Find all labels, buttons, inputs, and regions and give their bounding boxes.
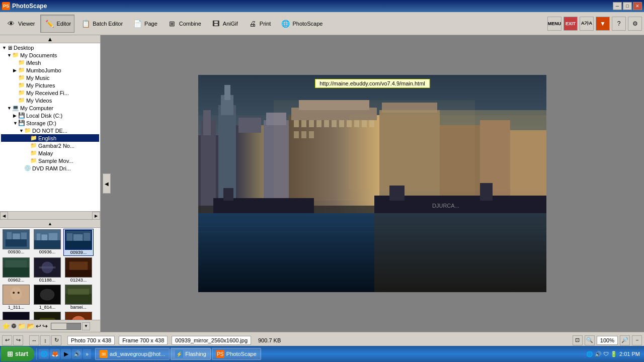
zoom-minus-btn[interactable]: －	[632, 335, 642, 345]
combine-button[interactable]: ⊞ Combine	[163, 15, 205, 33]
thumb-1311[interactable]: 1_311...	[1, 284, 31, 310]
thumb-01188[interactable]: 01188...	[32, 257, 62, 283]
tree-item-do-not-delete[interactable]: ▼ 📁 DO NOT DE...	[1, 127, 99, 134]
print-icon: 🖨	[247, 18, 258, 29]
page-button[interactable]: 📄 Page	[128, 15, 161, 33]
tree-item-my-computer[interactable]: ▼ 💻 My Computer	[1, 104, 99, 112]
network-icon[interactable]: 🌐	[586, 351, 593, 357]
sys-icons: 🌐 🔊 🛡 🔋	[586, 351, 617, 357]
tree-item-my-received[interactable]: 📁 My Received Fi...	[1, 89, 99, 97]
tree-item-my-music[interactable]: 📁 My Music	[1, 74, 99, 81]
tree-scroll-right[interactable]: ▶	[92, 212, 100, 220]
volume-icon[interactable]: 🔊	[72, 349, 82, 359]
thumb-scroll-up[interactable]: ▲	[0, 220, 100, 228]
photoscape-button[interactable]: 🌐 PhotoScape	[276, 15, 326, 33]
print-button[interactable]: 🖨 Print	[244, 15, 275, 33]
sound-icon[interactable]: 🔊	[595, 351, 602, 357]
thumb-bumble[interactable]: bumble...	[32, 311, 62, 320]
menu-btn[interactable]: MENU	[547, 17, 561, 31]
exit-btn[interactable]: EXIT	[564, 17, 578, 31]
taskbar-item-flashing[interactable]: ⚡ Flashing	[171, 348, 211, 360]
thumb-1814[interactable]: 1_814...	[32, 284, 62, 310]
settings-btn[interactable]: ⚙	[628, 17, 642, 31]
taskbar: ⊞ start 🌐 🦊 ▶ 🔊 » ✉ adi_wavegroup@hot...…	[0, 346, 644, 362]
tree-item-my-videos[interactable]: 📁 My Videos	[1, 97, 99, 104]
canvas-left-arrow[interactable]: ◀	[103, 173, 111, 194]
rotate-btn[interactable]: ↻	[51, 335, 61, 345]
tree-expand-desktop[interactable]: ▼	[2, 45, 7, 50]
close-button[interactable]: ✕	[633, 2, 642, 10]
thumb-ctrl-folder[interactable]: 📁	[18, 322, 26, 330]
undo-arrow-btn[interactable]: ↩	[2, 335, 12, 345]
tree-item-local-disk-c[interactable]: ▶ 💾 Local Disk (C:)	[1, 112, 99, 119]
tree-item-sample-movies[interactable]: 📁 Sample Mov...	[1, 157, 99, 164]
tree-scroll-up[interactable]: ▲	[0, 35, 100, 43]
thumb-01243[interactable]: 01243...	[63, 257, 94, 283]
canvas-area: http://maine.ebuddy.com/vo7.4.9/main.htm…	[101, 35, 644, 332]
batch-editor-button[interactable]: 📋 Batch Editor	[76, 15, 126, 33]
url-tooltip: http://maine.ebuddy.com/vo7.4.9/main.htm…	[315, 79, 430, 88]
flip-h-btn[interactable]: ↔	[29, 335, 39, 345]
filesize-status: 900.7 KB	[255, 336, 284, 344]
thumb-00936[interactable]: 00936...	[32, 229, 62, 256]
thumb-barsei[interactable]: barsei...	[63, 284, 94, 310]
taskbar-item-email[interactable]: ✉ adi_wavegroup@hot...	[95, 348, 170, 360]
tree-item-imesh[interactable]: 📁 iMesh	[1, 59, 99, 66]
tree-item-my-pictures[interactable]: 📁 My Pictures	[1, 81, 99, 89]
svg-rect-14	[84, 233, 90, 241]
antivirus-icon[interactable]: 🛡	[603, 351, 609, 357]
media-icon[interactable]: ▶	[61, 349, 71, 359]
lang-btn[interactable]: A가A	[580, 17, 594, 31]
tree-item-mumbojumbo[interactable]: ▶ 📁 MumboJumbo	[1, 66, 99, 74]
thumb-00962[interactable]: 00962...	[1, 257, 31, 283]
redo-arrow-btn[interactable]: ↪	[13, 335, 23, 345]
update-btn[interactable]: ▼	[596, 17, 610, 31]
ie-icon[interactable]: 🌐	[39, 349, 49, 359]
tree-item-english[interactable]: 📁 English	[1, 134, 99, 142]
editor-button[interactable]: ✏️ Editor	[40, 15, 74, 33]
anigif-button[interactable]: 🎞 AniGif	[207, 15, 242, 33]
zoom-out-btn[interactable]: 🔍	[585, 335, 595, 345]
fit-btn[interactable]: ⊡	[573, 335, 583, 345]
thumb-00939[interactable]: 00939...	[63, 229, 94, 256]
brightness-slider[interactable]	[51, 323, 81, 330]
title-bar-text: PhotoScape	[12, 3, 613, 10]
start-button[interactable]: ⊞ start	[1, 346, 34, 361]
tree-item-storage-d[interactable]: ▼ 💾 Storage (D:)	[1, 119, 99, 127]
flip-v-btn[interactable]: ↕	[40, 335, 50, 345]
harbor-photo: DJURCA...	[198, 75, 546, 292]
firefox-icon[interactable]: 🦊	[50, 349, 60, 359]
tree-item-desktop[interactable]: ▼ 🖥 Desktop	[1, 44, 99, 51]
svg-rect-84	[213, 198, 314, 216]
svg-rect-22	[65, 270, 92, 277]
battery-icon[interactable]: 🔋	[610, 351, 617, 357]
tree-item-dvd-ram[interactable]: 💿 DVD RAM Dri...	[1, 164, 99, 172]
quicklaunch-expand[interactable]: »	[83, 349, 91, 359]
viewer-button[interactable]: 👁 Viewer	[2, 15, 38, 33]
svg-rect-53	[224, 85, 230, 100]
thumbnail-grid: 00930... 00936... 00939...	[0, 228, 100, 320]
thumb-ctrl-open[interactable]: 📂	[27, 322, 35, 330]
thumb-ctrl-star[interactable]: ⭐	[2, 322, 10, 330]
tree-item-malay[interactable]: 📁 Malay	[1, 149, 99, 157]
thumb-clown[interactable]: Clown ...	[63, 311, 94, 320]
thumb-00930[interactable]: 00930...	[1, 229, 31, 256]
thumb-ctrl-flower[interactable]: ❁	[11, 322, 17, 330]
tree-scroll-left[interactable]: ◀	[0, 212, 8, 220]
help-btn[interactable]: ?	[612, 17, 626, 31]
tree-scroll-track	[8, 212, 92, 219]
zoom-in-btn[interactable]: 🔎	[620, 335, 630, 345]
scroll-down-btn[interactable]: ▼	[82, 322, 90, 330]
svg-rect-3	[13, 233, 20, 239]
maximize-button[interactable]: □	[623, 2, 632, 10]
tree-item-my-documents[interactable]: ▼ 📁 My Documents	[1, 51, 99, 59]
tree-item-gambar2[interactable]: 📁 Gambar2 No...	[1, 142, 99, 149]
svg-rect-2	[7, 232, 12, 239]
thumb-ctrl-next[interactable]: ↪	[42, 322, 48, 330]
taskbar-item-photoscape[interactable]: PS PhotoScape	[212, 348, 261, 360]
svg-point-25	[10, 287, 22, 301]
main-content: ▲ ▼ 🖥 Desktop ▼ 📁 My Documents 📁 iMesh	[0, 35, 644, 332]
minimize-button[interactable]: ─	[613, 2, 622, 10]
thumb-batman[interactable]: BATMA...	[1, 311, 31, 320]
thumb-ctrl-prev[interactable]: ↩	[36, 322, 41, 330]
